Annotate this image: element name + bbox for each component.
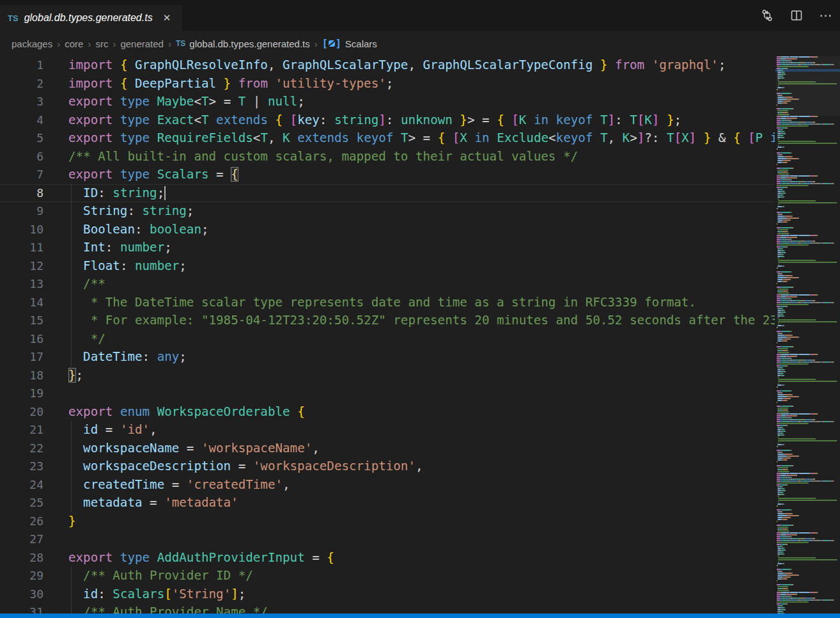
code-line[interactable]: 2import { DeepPartial } from 'utility-ty… bbox=[0, 75, 775, 93]
line-number: 21 bbox=[0, 421, 43, 440]
code-area[interactable]: 1import { GraphQLResolveInfo, GraphQLSca… bbox=[0, 56, 775, 614]
code-line[interactable]: 27 bbox=[0, 530, 775, 549]
open-changes-icon[interactable] bbox=[759, 8, 775, 23]
line-number: 7 bbox=[0, 166, 43, 184]
code-line[interactable]: 1import { GraphQLResolveInfo, GraphQLSca… bbox=[0, 56, 775, 75]
code-line[interactable]: 4export type Exact<T extends { [key: str… bbox=[0, 111, 775, 130]
code-line[interactable]: 29 /** Auth Provider ID */ bbox=[0, 567, 775, 585]
breadcrumb-separator: › bbox=[88, 38, 91, 49]
line-number: 12 bbox=[0, 257, 43, 276]
line-number: 26 bbox=[0, 512, 43, 531]
line-number: 2 bbox=[0, 75, 43, 93]
line-number: 17 bbox=[0, 348, 43, 367]
line-number: 9 bbox=[0, 202, 43, 221]
code-line[interactable]: 3export type Maybe<T> = T | null; bbox=[0, 93, 775, 111]
line-number: 1 bbox=[0, 56, 43, 75]
line-number: 31 bbox=[0, 603, 43, 614]
code-line[interactable]: 28export type AddAuthProviderInput = { bbox=[0, 549, 775, 567]
line-number: 15 bbox=[0, 312, 43, 330]
code-line[interactable]: 20export enum WorkspaceOrderable { bbox=[0, 403, 775, 422]
tab-global-db-types[interactable]: TS global.db.types.generated.ts ✕ bbox=[0, 5, 182, 31]
line-number: 5 bbox=[0, 129, 43, 148]
line-number: 3 bbox=[0, 93, 43, 111]
code-line[interactable]: 11 Int: number; bbox=[0, 239, 775, 257]
code-line[interactable]: 23 workspaceDescription = 'workspaceDesc… bbox=[0, 457, 775, 476]
breadcrumb-generated[interactable]: generated bbox=[120, 38, 164, 49]
close-tab-icon[interactable]: ✕ bbox=[160, 11, 174, 25]
tab-bar: TS global.db.types.generated.ts ✕ ⋯ bbox=[0, 0, 840, 31]
breadcrumb-packages[interactable]: packages bbox=[12, 38, 52, 49]
line-number: 25 bbox=[0, 494, 43, 512]
typescript-file-icon: TS bbox=[8, 13, 19, 23]
breadcrumb-separator: › bbox=[113, 38, 116, 49]
line-number: 19 bbox=[0, 384, 43, 403]
line-number: 6 bbox=[0, 148, 43, 166]
line-number: 30 bbox=[0, 585, 43, 604]
breadcrumb-separator: › bbox=[57, 38, 60, 49]
code-line[interactable]: 8 ID: string; bbox=[0, 184, 775, 203]
breadcrumb-src[interactable]: src bbox=[95, 38, 108, 49]
minimap-canvas bbox=[775, 56, 840, 614]
line-number: 14 bbox=[0, 294, 43, 312]
split-editor-icon[interactable] bbox=[789, 8, 804, 23]
line-number: 8 bbox=[0, 184, 43, 203]
code-line[interactable]: 17 DateTime: any; bbox=[0, 348, 775, 367]
line-number: 23 bbox=[0, 457, 43, 476]
status-bar bbox=[0, 614, 840, 618]
tab-label: global.db.types.generated.ts bbox=[24, 12, 153, 24]
breadcrumb: packages › core › src › generated › TS g… bbox=[0, 31, 840, 56]
line-number: 11 bbox=[0, 239, 43, 257]
code-line[interactable]: 6/** All built-in and custom scalars, ma… bbox=[0, 148, 775, 166]
breadcrumb-separator: › bbox=[168, 38, 171, 49]
code-line[interactable]: 24 createdTime = 'createdTime', bbox=[0, 476, 775, 495]
code-line[interactable]: 26} bbox=[0, 512, 775, 531]
line-number: 10 bbox=[0, 221, 43, 239]
code-line[interactable]: 13 /** bbox=[0, 275, 775, 294]
editor[interactable]: 1import { GraphQLResolveInfo, GraphQLSca… bbox=[0, 56, 840, 614]
code-line[interactable]: 7export type Scalars = { bbox=[0, 166, 775, 184]
code-line[interactable]: 30 id: Scalars['String']; bbox=[0, 585, 775, 604]
line-number: 20 bbox=[0, 403, 43, 422]
code-line[interactable]: 31 /** Auth Provider Name */ bbox=[0, 603, 775, 614]
code-line[interactable]: 16 */ bbox=[0, 330, 775, 349]
symbol-type-icon: [] bbox=[322, 38, 341, 49]
breadcrumb-file[interactable]: TS global.db.types.generated.ts bbox=[176, 38, 310, 49]
line-number: 29 bbox=[0, 567, 43, 585]
code-line[interactable]: 12 Float: number; bbox=[0, 257, 775, 276]
code-line[interactable]: 18}; bbox=[0, 367, 775, 385]
code-line[interactable]: 5export type RequireFields<T, K extends … bbox=[0, 129, 775, 148]
line-number: 27 bbox=[0, 530, 43, 549]
line-number: 4 bbox=[0, 111, 43, 130]
line-number: 24 bbox=[0, 476, 43, 495]
more-actions-icon[interactable]: ⋯ bbox=[818, 8, 834, 23]
line-number: 18 bbox=[0, 367, 43, 385]
code-line[interactable]: 22 workspaceName = 'workspaceName', bbox=[0, 440, 775, 458]
minimap[interactable] bbox=[775, 56, 840, 614]
code-line[interactable]: 15 * For example: "1985-04-12T23:20:50.5… bbox=[0, 312, 775, 330]
line-number: 22 bbox=[0, 440, 43, 458]
code-line[interactable]: 19 bbox=[0, 384, 775, 403]
line-number: 13 bbox=[0, 275, 43, 294]
code-line[interactable]: 10 Boolean: boolean; bbox=[0, 221, 775, 239]
typescript-file-icon: TS bbox=[176, 39, 185, 48]
code-line[interactable]: 25 metadata = 'metadata' bbox=[0, 494, 775, 512]
editor-actions: ⋯ bbox=[759, 0, 834, 31]
code-line[interactable]: 21 id = 'id', bbox=[0, 421, 775, 440]
code-line[interactable]: 9 String: string; bbox=[0, 202, 775, 221]
code-line[interactable]: 14 * The DateTime scalar type represents… bbox=[0, 294, 775, 312]
line-number: 28 bbox=[0, 549, 43, 567]
breadcrumb-separator: › bbox=[315, 38, 318, 49]
breadcrumb-symbol-scalars[interactable]: [] Scalars bbox=[322, 38, 377, 49]
breadcrumb-core[interactable]: core bbox=[65, 38, 83, 49]
line-number: 16 bbox=[0, 330, 43, 349]
text-cursor bbox=[164, 186, 166, 200]
